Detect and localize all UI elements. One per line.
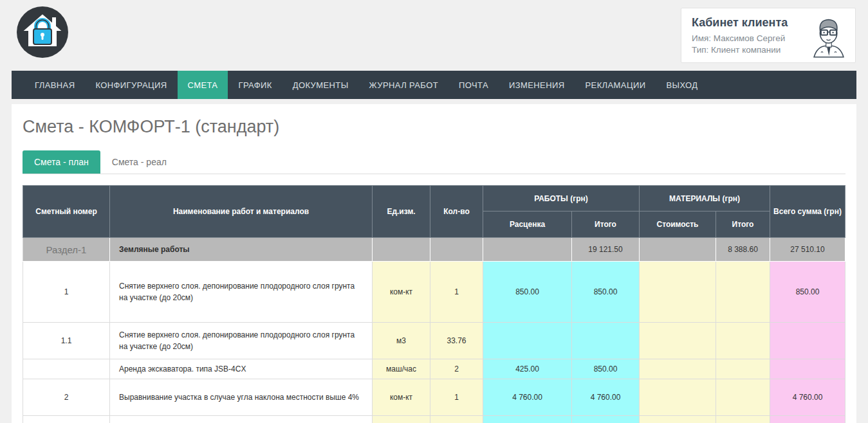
estimate-table: Сметный номер Наименование работ и матер… <box>23 185 845 423</box>
cell-work_total: 850.00 <box>572 262 640 323</box>
cell-work_total: 19 121.50 <box>572 238 640 262</box>
cell-cost <box>640 379 716 416</box>
cell-rate: 425.00 <box>483 359 572 379</box>
cell-rate: 850.00 <box>483 262 572 323</box>
house-lock-logo-icon <box>16 6 69 59</box>
cell-qty <box>430 416 483 423</box>
cell-number: Раздел-1 <box>23 238 110 262</box>
cell-number <box>23 359 110 379</box>
cell-cost <box>640 359 716 379</box>
table-row <box>23 416 845 423</box>
cell-rate <box>483 416 572 423</box>
col-header-cost: Стоимость <box>640 212 716 238</box>
cell-name: Выравнивание участка в случае угла накло… <box>110 379 373 416</box>
nav-item-configuration[interactable]: КОНФИГУРАЦИЯ <box>85 71 177 99</box>
nav-item-documents[interactable]: ДОКУМЕНТЫ <box>282 71 359 99</box>
company-logo[interactable] <box>16 6 69 59</box>
nav-item-estimate[interactable]: СМЕТА <box>178 71 228 99</box>
cell-total <box>770 416 845 423</box>
cell-total <box>770 323 845 359</box>
cell-total: 4 760.00 <box>770 379 845 416</box>
cell-rate: 4 760.00 <box>483 379 572 416</box>
cell-number: 1 <box>23 262 110 323</box>
table-row: Аренда экскаватора. типа JSB-4CXмаш/час2… <box>23 359 845 379</box>
top-header: Кабинет клиента Имя: Максимов Сергей Тип… <box>0 0 868 71</box>
nav-item-work-log[interactable]: ЖУРНАЛ РАБОТ <box>359 71 448 99</box>
cell-total: 27 510.10 <box>770 238 845 262</box>
table-row: 1.1Снятие верхнего слоя. депонирование п… <box>23 323 845 359</box>
cell-cost <box>640 238 716 262</box>
estimate-tabs: Смета - планСмета - реал <box>23 150 845 174</box>
cell-mat_total: 8 388.60 <box>716 238 770 262</box>
col-group-works: РАБОТЫ (грн) <box>483 186 640 212</box>
cell-number: 2 <box>23 379 110 416</box>
col-header-qty: Кол-во <box>430 186 483 238</box>
cell-name: Снятие верхнего слоя. депонирование плод… <box>110 323 373 359</box>
nav-item-claims[interactable]: РЕКЛАМАЦИИ <box>575 71 656 99</box>
main-nav: ГЛАВНАЯКОНФИГУРАЦИЯСМЕТАГРАФИКДОКУМЕНТЫЖ… <box>12 71 856 99</box>
col-header-work-total: Итого <box>572 212 640 238</box>
nav-item-schedule[interactable]: ГРАФИК <box>228 71 282 99</box>
cell-cost <box>640 323 716 359</box>
cell-work_total: 4 760.00 <box>572 379 640 416</box>
nav-item-exit[interactable]: ВЫХОД <box>656 71 708 99</box>
cell-rate <box>483 238 572 262</box>
content-card: Смета - КОМФОРТ-1 (стандарт) Смета - пла… <box>12 104 856 423</box>
tab-plan[interactable]: Смета - план <box>23 150 100 174</box>
cell-name: Земляные работы <box>110 238 373 262</box>
nav-item-changes[interactable]: ИЗМЕНЕНИЯ <box>499 71 575 99</box>
client-box-title: Кабинет клиента <box>692 16 809 30</box>
table-row: 1Снятие верхнего слоя. депонирование пло… <box>23 262 845 323</box>
col-header-total: Всего сумма (грн) <box>770 186 845 238</box>
cell-mat_total <box>716 323 770 359</box>
cell-unit: м3 <box>373 323 430 359</box>
table-row: 2Выравнивание участка в случае угла накл… <box>23 379 845 416</box>
nav-item-mail[interactable]: ПОЧТА <box>448 71 499 99</box>
cell-qty: 2 <box>430 359 483 379</box>
cell-work_total: 850.00 <box>572 359 640 379</box>
cell-cost <box>640 262 716 323</box>
col-header-name: Наименование работ и материалов <box>110 186 373 238</box>
client-type: Тип: Клиент компании <box>692 45 809 55</box>
col-header-rate: Расценка <box>483 212 572 238</box>
col-header-mat-total: Итого <box>716 212 770 238</box>
cell-total: 850.00 <box>770 262 845 323</box>
cell-unit: маш/час <box>373 359 430 379</box>
cell-name: Аренда экскаватора. типа JSB-4CX <box>110 359 373 379</box>
cell-qty: 33.76 <box>430 323 483 359</box>
section-row: Раздел-1Земляные работы19 121.508 388.60… <box>23 238 845 262</box>
cell-qty <box>430 238 483 262</box>
client-info-box: Кабинет клиента Имя: Максимов Сергей Тип… <box>681 8 856 63</box>
cell-name: Снятие верхнего слоя. депонирование плод… <box>110 262 373 323</box>
cell-number: 1.1 <box>23 323 110 359</box>
col-header-unit: Ед.изм. <box>373 186 430 238</box>
col-group-materials: МАТЕРИАЛЫ (грн) <box>640 186 770 212</box>
estimate-table-body: Раздел-1Земляные работы19 121.508 388.60… <box>23 238 845 423</box>
cell-rate <box>483 323 572 359</box>
cell-mat_total <box>716 379 770 416</box>
client-avatar-icon <box>809 16 849 59</box>
cell-mat_total <box>716 416 770 423</box>
tab-real[interactable]: Смета - реал <box>100 150 178 174</box>
cell-work_total <box>572 323 640 359</box>
client-name: Имя: Максимов Сергей <box>692 33 809 43</box>
col-header-number: Сметный номер <box>23 186 110 238</box>
cell-work_total <box>572 416 640 423</box>
cell-mat_total <box>716 262 770 323</box>
cell-cost <box>640 416 716 423</box>
cell-name <box>110 416 373 423</box>
cell-unit: ком-кт <box>373 262 430 323</box>
cell-unit: ком-кт <box>373 379 430 416</box>
page-title: Смета - КОМФОРТ-1 (стандарт) <box>23 117 845 137</box>
cell-unit <box>373 238 430 262</box>
cell-mat_total <box>716 359 770 379</box>
cell-number <box>23 416 110 423</box>
cell-qty: 1 <box>430 379 483 416</box>
nav-item-home[interactable]: ГЛАВНАЯ <box>24 71 85 99</box>
cell-total <box>770 359 845 379</box>
cell-qty: 1 <box>430 262 483 323</box>
cell-unit <box>373 416 430 423</box>
